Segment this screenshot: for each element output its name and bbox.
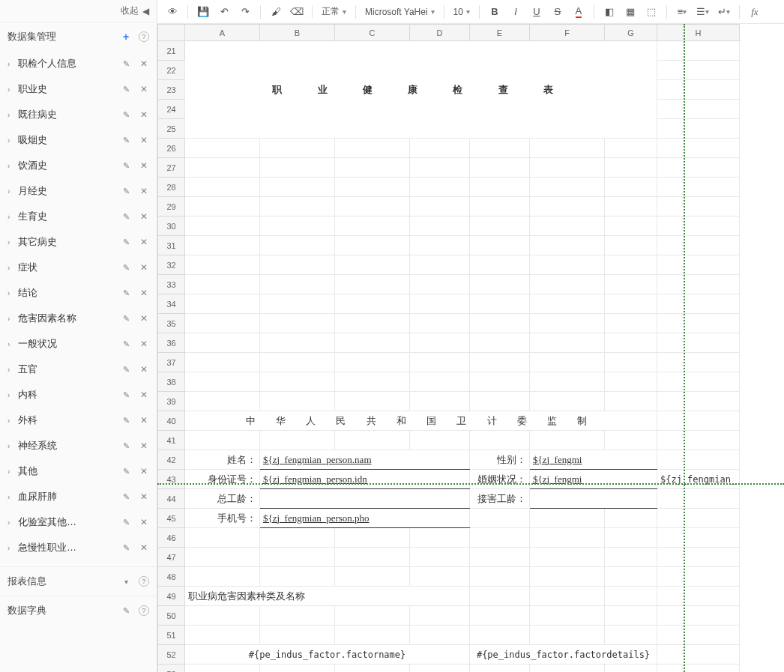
row-header[interactable]: 29 — [158, 197, 185, 217]
row-header[interactable]: 23 — [158, 80, 185, 100]
cell[interactable] — [410, 606, 470, 626]
close-icon[interactable]: ✕ — [139, 517, 149, 527]
cell[interactable] — [530, 353, 605, 372]
cell[interactable] — [335, 294, 410, 314]
cell[interactable] — [657, 372, 740, 392]
cell[interactable] — [410, 567, 470, 587]
cell[interactable] — [185, 372, 260, 392]
sidebar-item[interactable]: ›生育史✎✕ — [3, 204, 154, 229]
help-icon[interactable]: ? — [139, 576, 149, 587]
cell[interactable] — [335, 372, 410, 392]
cell[interactable] — [260, 275, 335, 294]
cell[interactable] — [185, 333, 260, 353]
cell[interactable] — [335, 567, 410, 587]
sidebar-item[interactable]: ›危害因素名称✎✕ — [3, 306, 154, 331]
italic-icon[interactable]: I — [507, 3, 525, 21]
cell[interactable] — [605, 333, 657, 353]
close-icon[interactable]: ✕ — [139, 262, 149, 273]
cell[interactable] — [470, 528, 530, 548]
cell[interactable] — [260, 139, 335, 158]
cell[interactable]: 总工龄： — [185, 489, 260, 509]
cell[interactable] — [335, 178, 410, 197]
close-icon[interactable]: ✕ — [139, 58, 149, 69]
cell[interactable] — [470, 392, 530, 411]
cell[interactable] — [335, 665, 410, 673]
cell[interactable] — [657, 431, 740, 450]
col-header[interactable]: E — [470, 25, 530, 41]
cell[interactable] — [657, 450, 740, 470]
row-header[interactable]: 26 — [158, 139, 185, 158]
sidebar-item[interactable]: ›内科✎✕ — [3, 382, 154, 408]
row-header[interactable]: 39 — [158, 392, 185, 411]
cell[interactable] — [185, 275, 260, 294]
cell[interactable] — [530, 548, 605, 567]
cell[interactable] — [530, 178, 605, 197]
row-header[interactable]: 25 — [158, 119, 185, 139]
sidebar-item[interactable]: ›结论✎✕ — [3, 280, 154, 306]
cell[interactable] — [530, 372, 605, 392]
text-color-icon[interactable]: A — [570, 3, 588, 21]
cell[interactable] — [530, 275, 605, 294]
cell[interactable] — [530, 665, 605, 673]
strike-icon[interactable]: S — [549, 3, 567, 21]
border-icon[interactable]: ▦ — [621, 3, 639, 21]
cell[interactable] — [470, 294, 530, 314]
cell[interactable] — [470, 665, 530, 673]
row-header[interactable]: 44 — [158, 489, 185, 509]
spreadsheet-grid[interactable]: ABCDEFGH21职 业 健 康 检 查 表22232425262728293… — [157, 24, 784, 672]
cell[interactable] — [657, 275, 740, 294]
cell[interactable] — [530, 626, 605, 645]
cell[interactable] — [605, 217, 657, 236]
plus-icon[interactable]: + — [121, 31, 131, 42]
row-header[interactable]: 21 — [158, 41, 185, 61]
cell[interactable] — [410, 353, 470, 372]
cell[interactable] — [605, 255, 657, 275]
cell[interactable] — [410, 139, 470, 158]
cell[interactable] — [185, 236, 260, 255]
cell[interactable] — [470, 255, 530, 275]
format-select[interactable]: 正常 ▾ — [319, 5, 349, 18]
cell[interactable] — [657, 158, 740, 178]
cell[interactable] — [657, 178, 740, 197]
cell[interactable] — [260, 333, 335, 353]
row-header[interactable]: 32 — [158, 255, 185, 275]
cell[interactable] — [470, 567, 530, 587]
cell[interactable] — [260, 392, 335, 411]
cell[interactable]: 中 华 人 民 共 和 国 卫 计 委 监 制 — [185, 411, 657, 431]
cell[interactable] — [470, 431, 530, 450]
merge-icon[interactable]: ⬚ — [642, 3, 660, 21]
cell[interactable] — [410, 333, 470, 353]
cell[interactable] — [530, 236, 605, 255]
row-header[interactable]: 43 — [158, 470, 185, 489]
sidebar-item[interactable]: ›职检个人信息✎✕ — [3, 51, 154, 76]
cell[interactable]: 职 业 健 康 检 查 表 — [185, 41, 657, 139]
cell[interactable] — [605, 314, 657, 333]
cell[interactable] — [605, 275, 657, 294]
cell[interactable]: #{pe_indus_factor.factordetails} — [470, 645, 657, 665]
row-header[interactable]: 30 — [158, 217, 185, 236]
cell[interactable] — [260, 665, 335, 673]
pencil-icon[interactable]: ✎ — [121, 288, 131, 298]
cell[interactable] — [410, 158, 470, 178]
row-header[interactable]: 41 — [158, 431, 185, 450]
sidebar-item[interactable]: ›急慢性职业…✎✕ — [3, 535, 154, 560]
cell[interactable] — [260, 353, 335, 372]
cell[interactable] — [605, 606, 657, 626]
close-icon[interactable]: ✕ — [139, 415, 149, 426]
pencil-icon[interactable]: ✎ — [121, 313, 131, 324]
sidebar-item[interactable]: ›既往病史✎✕ — [3, 102, 154, 127]
cell[interactable] — [470, 353, 530, 372]
pencil-icon[interactable]: ✎ — [121, 415, 131, 426]
cell[interactable] — [530, 431, 605, 450]
cell[interactable] — [260, 626, 335, 645]
fill-color-icon[interactable]: ◧ — [600, 3, 618, 21]
sidebar-item[interactable]: ›吸烟史✎✕ — [3, 127, 154, 153]
cell[interactable] — [410, 178, 470, 197]
cell[interactable] — [335, 158, 410, 178]
pencil-icon[interactable]: ✎ — [121, 390, 131, 400]
cell[interactable] — [657, 606, 740, 626]
font-select[interactable]: Microsoft YaHei ▾ — [362, 7, 438, 17]
formula-icon[interactable]: fx — [746, 3, 764, 21]
cell[interactable] — [657, 548, 740, 567]
pencil-icon[interactable]: ✎ — [121, 186, 131, 196]
